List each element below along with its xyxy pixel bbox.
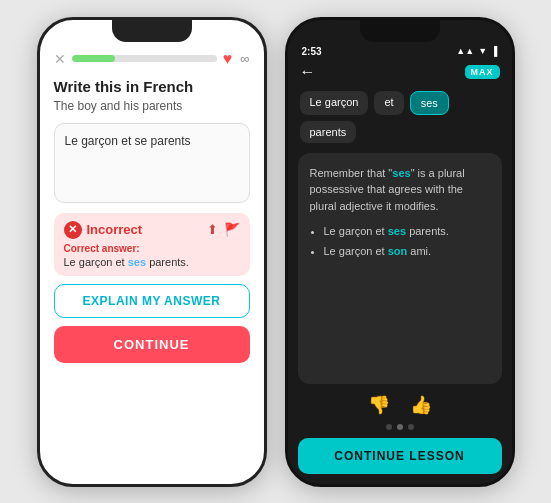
status-time: 2:53 <box>302 46 322 57</box>
wifi-icon: ▼ <box>478 46 487 56</box>
chip-parents[interactable]: parents <box>300 121 357 143</box>
explanation-box: Remember that "ses" is a plural possessi… <box>298 153 502 384</box>
dark-phone: 2:53 ▲▲ ▼ ▐ ← MAX Le garçon et ses paren… <box>285 17 515 487</box>
max-badge: MAX <box>465 65 500 79</box>
example-2: Le garçon et son ami. <box>324 242 490 262</box>
example-list: Le garçon et ses parents. Le garçon et s… <box>310 222 490 262</box>
pagination-dots <box>288 424 512 430</box>
progress-bar <box>72 55 217 62</box>
heart-icon: ♥ <box>223 50 233 68</box>
notch <box>112 20 192 42</box>
example-2-highlight: son <box>388 245 408 257</box>
incorrect-icon: ✕ <box>64 221 82 239</box>
dot-3 <box>408 424 414 430</box>
back-icon[interactable]: ← <box>300 63 316 81</box>
result-label: ✕ Incorrect <box>64 221 143 239</box>
prompt-subtitle: The boy and his parents <box>54 99 250 113</box>
result-header: ✕ Incorrect ⬆ 🚩 <box>64 221 240 239</box>
word-chips: Le garçon et ses parents <box>288 91 512 143</box>
close-icon[interactable]: ✕ <box>54 51 66 67</box>
correct-highlight: ses <box>128 256 146 268</box>
chip-ses[interactable]: ses <box>410 91 449 115</box>
dark-screen: 2:53 ▲▲ ▼ ▐ ← MAX Le garçon et ses paren… <box>288 42 512 484</box>
infinity-icon: ∞ <box>240 51 249 66</box>
thumbs-up-icon[interactable]: 👍 <box>410 394 432 416</box>
dot-2 <box>397 424 403 430</box>
continue-button[interactable]: CONTINUE <box>54 326 250 363</box>
light-screen: ✕ ♥ ∞ Write this in French The boy and h… <box>40 42 264 484</box>
correct-text-plain: Le garçon et <box>64 256 128 268</box>
status-bar: 2:53 ▲▲ ▼ ▐ <box>288 42 512 59</box>
flag-icon[interactable]: 🚩 <box>224 222 240 237</box>
dark-nav: ← MAX <box>288 59 512 85</box>
answer-box[interactable]: Le garçon et se parents <box>54 123 250 203</box>
chip-legarcon[interactable]: Le garçon <box>300 91 369 115</box>
explanation-text: Remember that "ses" is a plural possessi… <box>310 165 490 215</box>
dot-1 <box>386 424 392 430</box>
result-actions: ⬆ 🚩 <box>207 222 240 237</box>
example-1: Le garçon et ses parents. <box>324 222 490 242</box>
explain-button[interactable]: EXPLAIN MY ANSWER <box>54 284 250 318</box>
correct-text-end: parents. <box>146 256 189 268</box>
correct-answer-text: Le garçon et ses parents. <box>64 256 240 268</box>
battery-icon: ▐ <box>491 46 497 56</box>
correct-answer-label: Correct answer: <box>64 243 240 254</box>
dark-notch <box>360 20 440 42</box>
signal-icon: ▲▲ <box>456 46 474 56</box>
example-1-highlight: ses <box>388 225 406 237</box>
chip-et[interactable]: et <box>374 91 403 115</box>
result-bar: ✕ Incorrect ⬆ 🚩 Correct answer: Le garço… <box>54 213 250 276</box>
continue-lesson-button[interactable]: CONTINUE LESSON <box>298 438 502 474</box>
thumbs-down-icon[interactable]: 👎 <box>368 394 390 416</box>
share-icon[interactable]: ⬆ <box>207 222 218 237</box>
feedback-row: 👎 👍 <box>288 394 512 416</box>
progress-bar-fill <box>72 55 116 62</box>
top-bar: ✕ ♥ ∞ <box>54 50 250 68</box>
prompt-title: Write this in French <box>54 78 250 95</box>
light-phone: ✕ ♥ ∞ Write this in French The boy and h… <box>37 17 267 487</box>
status-icons: ▲▲ ▼ ▐ <box>456 46 497 56</box>
explanation-highlight: ses <box>392 167 410 179</box>
